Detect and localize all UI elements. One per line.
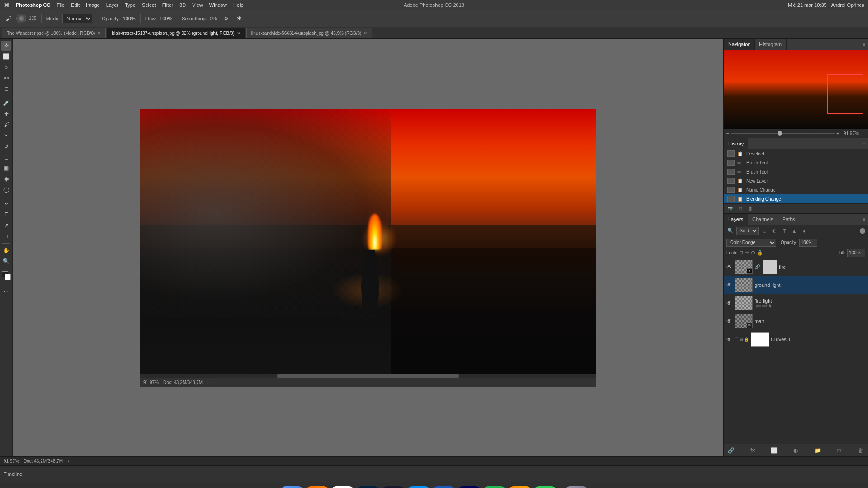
mode-select[interactable]: Normal (62, 14, 92, 23)
brush-tool[interactable]: 🖌 (1, 120, 11, 130)
canvas-arrow[interactable]: › (207, 380, 208, 385)
new-layer-btn[interactable]: □ (835, 446, 844, 455)
dock-audition[interactable]: Au (458, 486, 481, 488)
brush-preview[interactable] (16, 14, 26, 23)
link-layers-btn[interactable]: 🔗 (726, 446, 736, 455)
lasso-tool[interactable]: ○ (1, 62, 11, 72)
menu-window[interactable]: Window (209, 2, 227, 8)
layer-row-firelight[interactable]: 👁 fire light ground light (724, 294, 868, 312)
dock-photoshop[interactable]: Ps (356, 486, 380, 488)
history-menu-btn[interactable]: ≡ (860, 138, 868, 149)
tab-1-close[interactable]: ✕ (97, 31, 101, 36)
filter-pixel-btn[interactable]: □ (760, 227, 769, 235)
lock-move-icon[interactable]: ✛ (745, 250, 749, 256)
layer-row-fire[interactable]: 👁 f 🔗 • fire (724, 258, 868, 276)
history-item-2[interactable]: ✏ Brush Tool (724, 167, 868, 176)
dock-spotify[interactable]: ♪ (483, 486, 506, 488)
tab-navigator[interactable]: Navigator (724, 39, 755, 50)
menu-view[interactable]: View (192, 2, 203, 8)
history-item-4[interactable]: 📋 Name Change (724, 185, 868, 194)
lock-artboard-icon[interactable]: ⊕ (751, 250, 755, 256)
blend-mode-select[interactable]: Color Dodge (726, 239, 776, 247)
layer-chain-fire[interactable]: 🔗 (755, 264, 761, 269)
menu-image[interactable]: Image (86, 2, 100, 8)
opacity-input[interactable] (799, 239, 817, 247)
layer-visibility-fire[interactable]: 👁 (726, 263, 733, 271)
dock-finder[interactable]: 🔵 (280, 486, 304, 488)
move-tool[interactable]: ✜ (1, 41, 11, 51)
gradient-tool[interactable]: ▣ (1, 163, 11, 173)
color-swatch[interactable] (2, 271, 11, 280)
settings-icon[interactable]: ⚙ (222, 14, 231, 23)
text-tool[interactable]: T (1, 210, 11, 220)
menu-file[interactable]: File (57, 2, 65, 8)
history-snapshot-btn[interactable]: 📷 (726, 205, 735, 213)
history-item-5[interactable]: 📋 Blending Change (724, 194, 868, 203)
menu-edit[interactable]: Edit (71, 2, 80, 8)
tab-1[interactable]: The Wanderer.psd @ 100% (Model, RGB/8) ✕ (2, 28, 106, 38)
tab-2-close[interactable]: ✕ (237, 31, 241, 36)
filter-toggle[interactable] (860, 228, 865, 234)
history-brush[interactable]: ↺ (1, 141, 11, 151)
history-item-1[interactable]: ✏ Brush Tool (724, 158, 868, 167)
zoom-thumb[interactable] (778, 131, 782, 136)
brush-tool-btn[interactable]: 🖌 (4, 14, 14, 23)
tab-paths[interactable]: Paths (778, 214, 800, 225)
add-style-btn[interactable]: fx (748, 446, 757, 455)
symmetry-icon[interactable]: ✱ (234, 14, 244, 23)
quick-select-tool[interactable]: ⚯ (1, 73, 11, 83)
filter-type-btn[interactable]: T (780, 227, 788, 235)
fill-input[interactable] (847, 249, 865, 257)
tab-3[interactable]: linus-sandvide-566314-unsplash.jpg @ 43,… (246, 28, 373, 38)
menu-3d[interactable]: 3D (179, 2, 186, 8)
filter-shape-btn[interactable]: ▲ (790, 227, 798, 235)
shape-tool[interactable]: □ (1, 231, 11, 241)
history-item-3[interactable]: 📋 New Layer (724, 176, 868, 185)
dock-photos[interactable]: 📷 (508, 486, 532, 488)
eraser-tool[interactable]: ◻ (1, 152, 11, 162)
blur-tool[interactable]: ◉ (1, 174, 11, 184)
dock-messages[interactable]: 💬 (533, 486, 557, 488)
dock-launchpad[interactable]: 🚀 (306, 486, 329, 488)
delete-layer-btn[interactable]: 🗑 (856, 446, 865, 455)
status-arrow[interactable]: › (67, 459, 69, 464)
dock-lightroom[interactable]: Lr (382, 486, 405, 488)
lock-checkerboard-icon[interactable]: ⊞ (739, 250, 743, 256)
background-color[interactable] (5, 274, 11, 280)
menu-layer[interactable]: Layer (106, 2, 119, 8)
zoom-tool[interactable]: 🔍 (1, 256, 11, 266)
marquee-tool[interactable]: ⬜ (1, 52, 11, 61)
heal-tool[interactable]: ✚ (1, 109, 11, 119)
dock-trash[interactable]: 🗑 (565, 486, 588, 488)
tab-2[interactable]: blair-fraser-15137-unsplash.jpg @ 92% (g… (107, 28, 245, 38)
eyedropper-tool[interactable]: 💉 (1, 98, 11, 108)
menu-select[interactable]: Select (142, 2, 156, 8)
crop-tool[interactable]: ⊡ (1, 84, 11, 94)
filter-adjust-btn[interactable]: ◐ (770, 227, 778, 235)
add-mask-btn[interactable]: ⬜ (770, 446, 779, 455)
lock-all-icon[interactable]: 🔒 (757, 250, 763, 256)
scrollbar-thumb[interactable] (277, 374, 459, 378)
layer-row-curves[interactable]: 👁 ⌒ ⊞ 🔒 Curves 1 (724, 330, 868, 348)
new-group-btn[interactable]: 📁 (813, 446, 822, 455)
dock-chrome[interactable]: 🌐 (331, 486, 354, 488)
hand-tool[interactable]: ✋ (1, 245, 11, 255)
zoom-slider[interactable] (731, 133, 835, 134)
extra-tools[interactable]: … (1, 285, 11, 295)
tab-histogram[interactable]: Histogram (755, 39, 787, 50)
path-select[interactable]: ↗ (1, 221, 11, 230)
history-item-0[interactable]: 📋 Deselect (724, 149, 868, 158)
tab-layers[interactable]: Layers (724, 214, 748, 225)
layers-menu-btn[interactable]: ≡ (860, 214, 868, 225)
layer-visibility-man[interactable]: 👁 (726, 318, 733, 325)
canvas-area[interactable]: 91,97% Doc: 43,2M/348,7M › (13, 39, 723, 456)
pen-tool[interactable]: ✒ (1, 199, 11, 209)
tab-channels[interactable]: Channels (748, 214, 778, 225)
navigator-menu-btn[interactable]: ≡ (860, 39, 868, 50)
history-delete-btn[interactable]: 🗑 (746, 205, 755, 213)
layer-visibility-curves[interactable]: 👁 (726, 336, 733, 343)
menu-type[interactable]: Type (125, 2, 136, 8)
tab-3-close[interactable]: ✕ (363, 31, 367, 36)
menu-help[interactable]: Help (233, 2, 244, 8)
menu-filter[interactable]: Filter (162, 2, 173, 8)
